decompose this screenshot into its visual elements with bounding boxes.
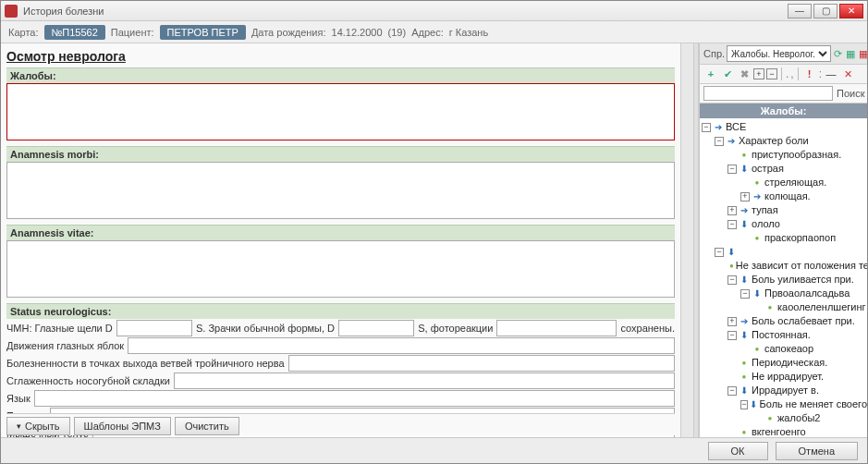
tree-node[interactable]: +➔тупая bbox=[727, 203, 867, 217]
tree-node[interactable]: ●вкгенгоенго bbox=[727, 425, 867, 437]
arrow-down-icon: ⬇ bbox=[739, 217, 750, 231]
tree-node[interactable]: −⬇острая bbox=[727, 162, 867, 176]
arrow-right-icon: ➔ bbox=[752, 189, 763, 203]
collapse-toggle[interactable]: − bbox=[727, 331, 737, 340]
colon-icon[interactable]: : bbox=[819, 67, 822, 80]
arrow-down-icon: ⬇ bbox=[752, 287, 763, 300]
trigeminal-input[interactable] bbox=[288, 355, 675, 372]
tree-node[interactable]: ●приступообразная. bbox=[727, 148, 867, 162]
grid-del-icon[interactable]: ▦ bbox=[858, 46, 868, 61]
tree-node[interactable]: −➔Характер боли bbox=[715, 134, 867, 148]
tree-node[interactable]: −⬇Боль не меняет своего bbox=[740, 397, 867, 411]
titlebar: История болезни — ▢ ✕ bbox=[1, 1, 867, 21]
window-title: История болезни bbox=[23, 6, 788, 17]
complaints-tree[interactable]: −➔ВСЕ−➔Характер боли●приступообразная.−⬇… bbox=[700, 118, 867, 437]
tree-node-label: жалобы2 bbox=[777, 411, 820, 425]
age-value: (19) bbox=[388, 27, 407, 38]
tongue-input[interactable] bbox=[34, 390, 675, 407]
addr-value: г Казань bbox=[449, 27, 488, 38]
tongue-label: Язык bbox=[6, 393, 31, 404]
collapse-toggle[interactable]: − bbox=[727, 165, 737, 174]
leaf-icon: ● bbox=[752, 231, 763, 245]
delete-icon[interactable]: ✖ bbox=[737, 67, 752, 81]
arrow-down-icon: ⬇ bbox=[739, 328, 750, 342]
tree-node[interactable]: +➔колющая. bbox=[740, 189, 867, 203]
collapse-toggle[interactable]: − bbox=[715, 137, 724, 146]
anamnesis-vitae-textarea[interactable] bbox=[6, 240, 675, 298]
eye-movement-label: Движения глазных яблок bbox=[6, 340, 124, 351]
close-button[interactable]: ✕ bbox=[839, 4, 863, 18]
collapse-toggle[interactable]: − bbox=[702, 123, 711, 132]
collapse-icon[interactable]: − bbox=[766, 68, 777, 79]
minus-icon[interactable]: — bbox=[824, 67, 838, 81]
leaf-icon: ● bbox=[764, 411, 776, 425]
tree-node-label: приступообразная. bbox=[752, 148, 841, 162]
card-badge[interactable]: №П15562 bbox=[44, 25, 105, 40]
tree-node[interactable]: −⬇Постоянная. bbox=[727, 328, 867, 342]
tree-node[interactable]: ●стреляющая. bbox=[740, 176, 867, 189]
tree-node[interactable]: −⬇ололо bbox=[727, 217, 867, 231]
tree-node-label: ололо bbox=[752, 217, 780, 231]
morbi-label: Anamnesis morbi: bbox=[6, 146, 675, 162]
collapse-toggle[interactable]: − bbox=[727, 220, 737, 229]
check-icon[interactable]: ✔ bbox=[720, 67, 735, 81]
tree-node[interactable]: −⬇Боль уиливается при. bbox=[727, 273, 867, 287]
chevron-down-icon: ▾ bbox=[17, 421, 21, 431]
tree-node-label: Характер боли bbox=[739, 134, 809, 148]
patient-badge[interactable]: ПЕТРОВ ПЕТР bbox=[160, 25, 246, 40]
directory-select[interactable]: Жалобы. Невролог. bbox=[727, 45, 831, 62]
eye-movement-input[interactable] bbox=[128, 337, 675, 354]
maximize-button[interactable]: ▢ bbox=[813, 4, 837, 18]
templates-button[interactable]: Шаблоны ЭПМЗ bbox=[74, 417, 171, 435]
expand-icon[interactable]: + bbox=[753, 68, 764, 79]
collapse-toggle[interactable]: − bbox=[727, 386, 737, 396]
photoreaction-input[interactable] bbox=[496, 320, 617, 336]
tree-node[interactable]: −⬇Иррадирует в. bbox=[727, 384, 867, 397]
search-input[interactable] bbox=[703, 86, 833, 101]
tree-node[interactable]: ●праскорпаопоп bbox=[740, 231, 867, 245]
expand-toggle[interactable]: + bbox=[727, 206, 737, 215]
expand-toggle[interactable]: + bbox=[727, 317, 737, 326]
left-scrollbar[interactable] bbox=[680, 43, 693, 437]
clear-button[interactable]: Очистить bbox=[175, 417, 239, 435]
nasolabial-label: Сглаженность носогубной складки bbox=[6, 375, 170, 386]
expand-toggle[interactable]: + bbox=[740, 192, 750, 201]
eye-slit-d-input[interactable] bbox=[116, 320, 192, 336]
anamnesis-morbi-textarea[interactable] bbox=[6, 162, 675, 219]
nasolabial-input[interactable] bbox=[174, 372, 675, 389]
grid-add-icon[interactable]: ▦ bbox=[845, 46, 856, 61]
cancel-icon[interactable]: ✕ bbox=[840, 67, 855, 81]
pupils-d-input[interactable] bbox=[338, 320, 414, 336]
tree-node[interactable]: −⬇ bbox=[715, 245, 867, 259]
tree-node[interactable]: ●жалобы2 bbox=[753, 411, 867, 425]
tree-node[interactable]: ●Периодическая. bbox=[727, 356, 867, 370]
tree-node[interactable]: +➔Боль ослабевает при. bbox=[727, 314, 867, 328]
cancel-button[interactable]: Отмена bbox=[776, 442, 858, 460]
period-icon[interactable]: . bbox=[786, 67, 789, 80]
add-icon[interactable]: + bbox=[703, 67, 718, 81]
dob-label: Дата рождения: bbox=[251, 27, 326, 38]
tree-root-node[interactable]: −➔ВСЕ bbox=[702, 120, 867, 134]
addr-label: Адрес: bbox=[411, 27, 444, 38]
collapse-toggle[interactable]: − bbox=[727, 275, 737, 285]
arrow-right-icon: ➔ bbox=[713, 120, 724, 134]
tree-node[interactable]: ●сапокеаор bbox=[740, 342, 867, 356]
reference-panel: Спр. Жалобы. Невролог. ⟳ ▦ ▦ + ✔ ✖ + − .… bbox=[699, 43, 867, 437]
tree-node[interactable]: −⬇Првоаолалсадьва bbox=[740, 287, 867, 300]
excl-icon[interactable]: ! bbox=[802, 67, 817, 81]
refresh-icon[interactable]: ⟳ bbox=[833, 46, 843, 61]
tree-node[interactable]: ●Не иррадирует. bbox=[727, 370, 867, 384]
tree-node-label: колющая. bbox=[764, 189, 811, 203]
ok-button[interactable]: ОК bbox=[708, 442, 768, 460]
collapse-toggle[interactable]: − bbox=[715, 248, 724, 257]
leaf-icon: ● bbox=[752, 176, 763, 189]
tree-node[interactable]: ●Не зависит от положения тела. bbox=[727, 259, 867, 273]
collapse-toggle[interactable]: − bbox=[740, 289, 750, 299]
complaints-textarea[interactable] bbox=[6, 83, 675, 140]
hide-button[interactable]: ▾Скрыть bbox=[6, 417, 70, 435]
tree-node[interactable]: ●каоолеленлшегинг bbox=[753, 300, 867, 314]
arrow-down-icon: ⬇ bbox=[726, 245, 737, 259]
comma-icon[interactable]: , bbox=[790, 67, 793, 80]
collapse-toggle[interactable]: − bbox=[740, 400, 748, 409]
minimize-button[interactable]: — bbox=[788, 4, 812, 18]
